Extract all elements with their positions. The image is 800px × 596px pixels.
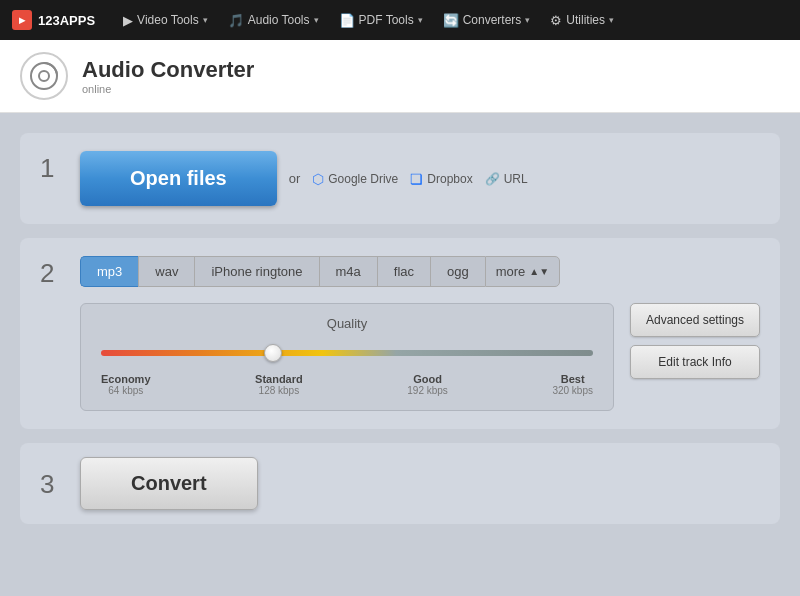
logo-text: 123APPS — [38, 13, 95, 28]
nav-item-video-tools-label: Video Tools — [137, 13, 199, 27]
logo[interactable]: ▶ 123APPS — [12, 10, 95, 30]
economy-value: 64 kbps — [101, 385, 151, 396]
tab-mp3[interactable]: mp3 — [80, 256, 138, 287]
step2-body: mp3 wav iPhone ringtone m4a flac ogg — [80, 256, 760, 411]
audio-converter-logo-svg — [29, 61, 59, 91]
step2-number: 2 — [40, 258, 60, 289]
nav-item-video-tools[interactable]: ▶ Video Tools ▾ — [115, 9, 216, 32]
standard-value: 128 kbps — [255, 385, 303, 396]
format-tabs: mp3 wav iPhone ringtone m4a flac ogg — [80, 256, 760, 287]
best-label: Best — [552, 373, 593, 385]
advanced-settings-button[interactable]: Advanced settings — [630, 303, 760, 337]
dropbox-link[interactable]: ❏ Dropbox — [410, 171, 472, 187]
nav-items: ▶ Video Tools ▾ 🎵 Audio Tools ▾ 📄 PDF To… — [115, 9, 622, 32]
slider-mark-economy: Economy 64 kbps — [101, 373, 151, 396]
convert-button[interactable]: Convert — [80, 457, 258, 510]
chevron-down-icon: ▾ — [203, 15, 208, 25]
tab-iphone-ringtone[interactable]: iPhone ringtone — [194, 256, 318, 287]
slider-track-bg — [101, 350, 593, 356]
app-logo-circle — [20, 52, 68, 100]
svg-point-1 — [39, 71, 49, 81]
step1-number: 1 — [40, 153, 60, 184]
url-link[interactable]: 🔗 URL — [485, 172, 528, 186]
best-value: 320 kbps — [552, 385, 593, 396]
chevron-down-icon-utilities: ▾ — [609, 15, 614, 25]
url-icon: 🔗 — [485, 172, 500, 186]
open-files-button[interactable]: Open files — [80, 151, 277, 206]
nav-item-converters-label: Converters — [463, 13, 522, 27]
google-drive-link[interactable]: ⬡ Google Drive — [312, 171, 398, 187]
app-subtitle: online — [82, 83, 254, 95]
step1-body: Open files or ⬡ Google Drive ❏ Dropbox 🔗… — [80, 151, 760, 206]
app-title: Audio Converter — [82, 57, 254, 83]
utilities-icon: ⚙ — [550, 13, 562, 28]
side-buttons: Advanced settings Edit track Info — [630, 303, 760, 379]
slider-mark-standard: Standard 128 kbps — [255, 373, 303, 396]
google-drive-icon: ⬡ — [312, 171, 324, 187]
nav-item-audio-tools[interactable]: 🎵 Audio Tools ▾ — [220, 9, 327, 32]
quality-section: Quality Economy 64 kbps Standard 128 kbp… — [80, 303, 760, 411]
pdf-tools-icon: 📄 — [339, 13, 355, 28]
tab-more[interactable]: more ▲▼ — [485, 256, 560, 287]
good-label: Good — [407, 373, 448, 385]
good-value: 192 kbps — [407, 385, 448, 396]
tab-flac[interactable]: flac — [377, 256, 430, 287]
chevron-down-icon-converters: ▾ — [525, 15, 530, 25]
step1-section: 1 Open files or ⬡ Google Drive ❏ Dropbox… — [20, 133, 780, 224]
logo-icon: ▶ — [12, 10, 32, 30]
edit-track-info-button[interactable]: Edit track Info — [630, 345, 760, 379]
nav-item-pdf-tools-label: PDF Tools — [359, 13, 414, 27]
converters-icon: 🔄 — [443, 13, 459, 28]
chevron-down-icon-pdf: ▾ — [418, 15, 423, 25]
video-tools-icon: ▶ — [123, 13, 133, 28]
dropbox-icon: ❏ — [410, 171, 423, 187]
open-files-row: Open files or ⬡ Google Drive ❏ Dropbox 🔗… — [80, 151, 760, 206]
app-title-block: Audio Converter online — [82, 57, 254, 95]
quality-slider-box: Quality Economy 64 kbps Standard 128 kbp… — [80, 303, 614, 411]
dropbox-label: Dropbox — [427, 172, 472, 186]
economy-label: Economy — [101, 373, 151, 385]
slider-marks: Economy 64 kbps Standard 128 kbps Good 1… — [101, 373, 593, 396]
google-drive-label: Google Drive — [328, 172, 398, 186]
slider-mark-best: Best 320 kbps — [552, 373, 593, 396]
topnav: ▶ 123APPS ▶ Video Tools ▾ 🎵 Audio Tools … — [0, 0, 800, 40]
chevron-down-icon-audio: ▾ — [314, 15, 319, 25]
quality-label: Quality — [101, 316, 593, 331]
tab-m4a[interactable]: m4a — [319, 256, 377, 287]
cloud-links: ⬡ Google Drive ❏ Dropbox 🔗 URL — [312, 171, 527, 187]
url-label: URL — [504, 172, 528, 186]
step3-number: 3 — [40, 469, 60, 500]
main-content: 1 Open files or ⬡ Google Drive ❏ Dropbox… — [0, 113, 800, 596]
slider-mark-good: Good 192 kbps — [407, 373, 448, 396]
nav-item-utilities-label: Utilities — [566, 13, 605, 27]
standard-label: Standard — [255, 373, 303, 385]
step2-section: 2 mp3 wav iPhone ringtone m4a flac — [20, 238, 780, 429]
nav-item-utilities[interactable]: ⚙ Utilities ▾ — [542, 9, 622, 32]
tab-wav[interactable]: wav — [138, 256, 194, 287]
slider-track-container[interactable] — [101, 343, 593, 363]
more-label: more — [496, 264, 526, 279]
nav-item-audio-tools-label: Audio Tools — [248, 13, 310, 27]
nav-item-converters[interactable]: 🔄 Converters ▾ — [435, 9, 539, 32]
nav-item-pdf-tools[interactable]: 📄 PDF Tools ▾ — [331, 9, 431, 32]
or-text: or — [289, 171, 301, 186]
step3-section: 3 Convert — [20, 443, 780, 524]
tab-ogg[interactable]: ogg — [430, 256, 485, 287]
audio-tools-icon: 🎵 — [228, 13, 244, 28]
app-header: Audio Converter online — [0, 40, 800, 113]
more-chevron-icon: ▲▼ — [529, 266, 549, 277]
slider-thumb[interactable] — [264, 344, 282, 362]
